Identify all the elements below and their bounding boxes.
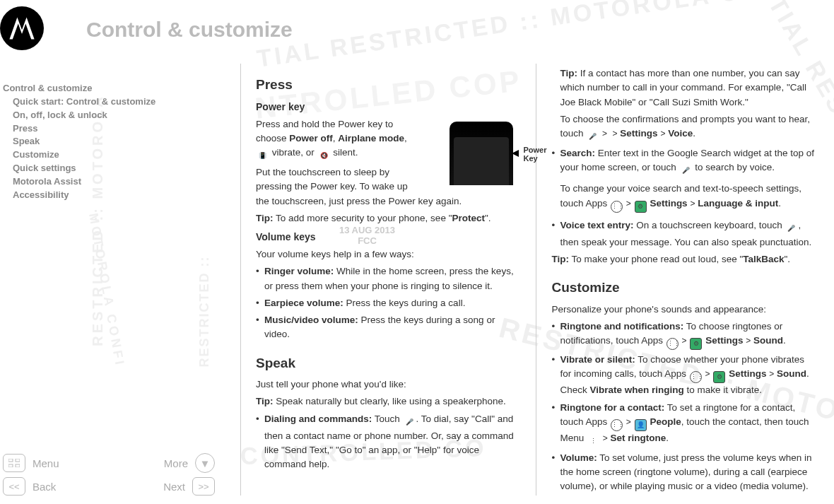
list-item: •Music/video volume: Press the keys duri… xyxy=(256,313,520,342)
list-item: •Ringtone and notifications: To choose r… xyxy=(552,320,816,350)
back-button[interactable]: << Back xyxy=(3,477,56,496)
settings-icon: ⚙ xyxy=(635,201,647,213)
silent-icon: 🔇 xyxy=(318,151,330,163)
body-text: Your volume keys help in a few ways: xyxy=(256,247,520,262)
toc-item[interactable]: Control & customize xyxy=(3,82,215,95)
list-item: •Volume: To set volume, just press the v… xyxy=(552,451,816,494)
content-columns: Press Power key Power Key Press and hold… xyxy=(240,64,831,496)
body-text: To choose the confirmations and prompts … xyxy=(552,112,816,143)
menu-button[interactable]: Menu xyxy=(3,454,59,472)
toc-item[interactable]: Speak xyxy=(3,135,215,148)
apps-icon: ⋮⋮ xyxy=(611,201,623,213)
svg-rect-3 xyxy=(16,464,20,467)
nav-label: More xyxy=(164,457,188,469)
next-icon: >> xyxy=(192,477,215,496)
apps-icon: ⋮⋮ xyxy=(690,371,702,383)
list-item: •Dialing and commands: Touch 🎤. To dial,… xyxy=(256,412,520,472)
toc-sidebar: Control & customize Quick start: Control… xyxy=(3,82,215,202)
toc-item[interactable]: Quick start: Control & customize xyxy=(3,95,215,109)
svg-rect-0 xyxy=(8,459,13,462)
toc-item[interactable]: Accessibility xyxy=(3,189,215,202)
settings-icon: ⚙ xyxy=(713,371,725,383)
phone-illustration: Power Key xyxy=(421,122,520,185)
svg-rect-1 xyxy=(16,459,20,462)
toc-item[interactable]: Quick settings xyxy=(3,162,215,175)
mic-icon: 🎤 xyxy=(587,131,599,143)
svg-rect-2 xyxy=(8,464,13,467)
menu-dots-icon: ⋮ xyxy=(587,436,599,448)
mic-icon: 🎤 xyxy=(785,223,797,235)
toc-item[interactable]: Press xyxy=(3,122,215,136)
content-column-2: Tip: If a contact has more than one numb… xyxy=(536,64,832,496)
next-button[interactable]: Next >> xyxy=(163,477,215,496)
bottom-nav: Menu More ▼ << Back Next >> xyxy=(3,449,215,496)
toc-item[interactable]: Customize xyxy=(3,148,215,162)
page-title: Control & customize xyxy=(86,18,293,42)
page-header: Control & customize xyxy=(0,0,834,49)
body-text: Tip: If a contact has more than one numb… xyxy=(552,66,816,110)
nav-label: Menu xyxy=(33,457,59,469)
list-item: •Earpiece volume: Press the keys during … xyxy=(256,296,520,310)
apps-icon: ⋮⋮ xyxy=(666,338,679,350)
back-icon: << xyxy=(3,477,25,496)
settings-icon: ⚙ xyxy=(690,338,702,350)
list-item: •Ringtone for a contact: To set a ringto… xyxy=(552,401,816,448)
more-button[interactable]: More ▼ xyxy=(164,453,215,473)
list-item: •Vibrate or silent: To choose whether yo… xyxy=(552,353,816,398)
body-text: Personalize your phone's sounds and appe… xyxy=(552,303,816,317)
body-text: Tip: To add more security to your phone,… xyxy=(256,211,520,225)
more-icon: ▼ xyxy=(195,453,215,473)
heading-speak: Speak xyxy=(256,353,520,374)
heading-customize: Customize xyxy=(552,278,816,298)
body-text: Just tell your phone what you'd like: xyxy=(256,377,520,392)
content-column-1: Press Power key Power Key Press and hold… xyxy=(240,64,536,496)
body-text: Tip: To make your phone read out loud, s… xyxy=(552,252,816,266)
nav-label: Back xyxy=(33,481,56,493)
toc-item[interactable]: On, off, lock & unlock xyxy=(3,109,215,122)
toc-item[interactable]: Motorola Assist xyxy=(3,175,215,189)
mic-icon: 🎤 xyxy=(404,417,416,429)
people-icon: 👤 xyxy=(635,419,647,431)
mic-icon: 🎤 xyxy=(680,165,692,177)
list-item: •Ringer volume: While in the home screen… xyxy=(256,264,520,293)
nav-label: Next xyxy=(163,481,185,493)
apps-icon: ⋮⋮ xyxy=(611,419,623,431)
body-text: Tip: Speak naturally but clearly, like u… xyxy=(256,394,520,409)
motorola-logo xyxy=(0,6,44,50)
heading-power-key: Power key xyxy=(256,100,520,115)
list-item: •Voice text entry: On a touchscreen keyb… xyxy=(552,218,816,250)
menu-icon xyxy=(3,454,25,472)
vibrate-icon: 📳 xyxy=(257,151,269,163)
list-item: •Search: Enter text in the Google Search… xyxy=(552,146,816,216)
heading-press: Press xyxy=(256,75,520,95)
arrow-icon xyxy=(512,150,519,157)
power-key-label: Power Key xyxy=(523,146,546,163)
heading-volume-keys: Volume keys xyxy=(256,230,520,245)
